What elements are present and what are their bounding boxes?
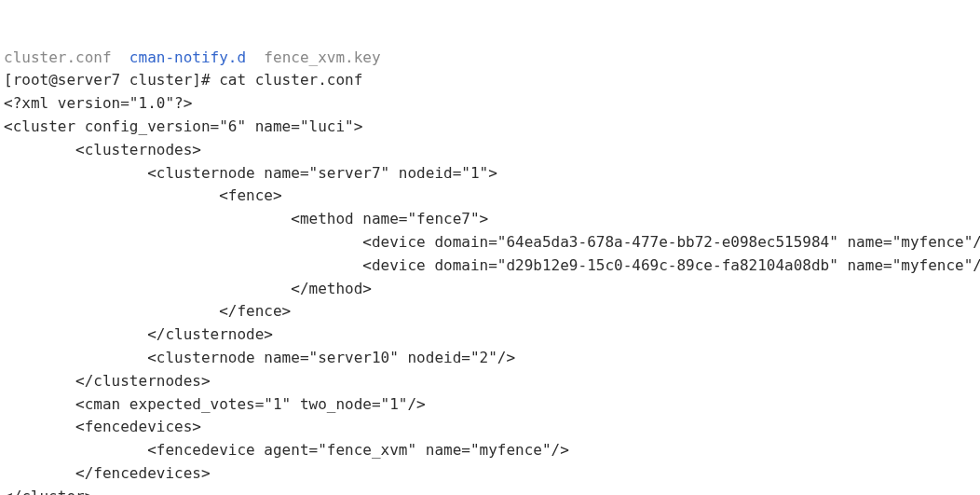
ls-entry-dir: cman-notify.d <box>129 48 246 66</box>
file-line: <fencedevices> <box>4 418 201 435</box>
shell-prompt: [root@server7 cluster]# <box>4 71 219 89</box>
file-line: <cman expected_votes="1" two_node="1"/> <box>4 395 426 413</box>
shell-command[interactable]: cat cluster.conf <box>219 71 362 89</box>
file-line: <device domain="64ea5da3-678a-477e-bb72-… <box>4 233 980 251</box>
file-line: </fence> <box>4 302 291 320</box>
file-line: <cluster config_version="6" name="luci"> <box>4 117 362 135</box>
file-line: <device domain="d29b12e9-15c0-469c-89ce-… <box>4 256 980 274</box>
file-line: <clusternode name="server10" nodeid="2"/… <box>4 349 515 366</box>
file-line: </fencedevices> <box>4 464 211 482</box>
ls-entry: cluster.conf <box>4 48 112 66</box>
file-line: <fence> <box>4 186 282 204</box>
prev-ls-line: cluster.conf cman-notify.d fence_xvm.key <box>4 48 381 66</box>
terminal-output: cluster.conf cman-notify.d fence_xvm.key… <box>4 47 976 495</box>
file-line: <fencedevice agent="fence_xvm" name="myf… <box>4 441 569 459</box>
file-line: </clusternode> <box>4 325 273 343</box>
file-line: </clusternodes> <box>4 372 211 390</box>
file-line: </method> <box>4 280 372 297</box>
file-line: <?xml version="1.0"?> <box>4 94 192 112</box>
file-line: <method name="fence7"> <box>4 210 488 227</box>
file-line: <clusternode name="server7" nodeid="1"> <box>4 164 497 182</box>
ls-entry: fence_xvm.key <box>264 48 380 66</box>
file-line: <clusternodes> <box>4 141 201 158</box>
file-line: </cluster> <box>4 488 93 495</box>
